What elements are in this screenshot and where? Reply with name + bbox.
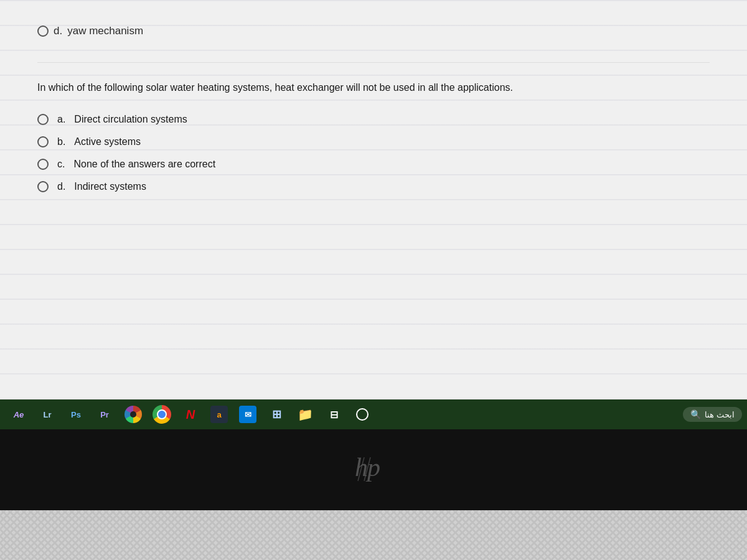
option-d[interactable]: d. Indirect systems xyxy=(37,181,710,192)
hp-svg-logo: hp xyxy=(355,451,392,482)
taskbar-app-chrome[interactable] xyxy=(148,402,176,427)
option-b-text: Active systems xyxy=(74,136,141,147)
option-a-label: a. xyxy=(57,114,65,125)
radio-c[interactable] xyxy=(37,159,49,170)
taskbar: Ae Lr Ps Pr N a ✉ ⊞ 📁 ⊟ xyxy=(0,399,747,429)
search-circle-icon xyxy=(356,408,369,421)
hp-logo-area: hp xyxy=(0,429,747,510)
option-a[interactable]: a. Direct circulation systems xyxy=(37,114,710,125)
hp-logo: hp xyxy=(355,451,392,488)
option-d-label: d. xyxy=(57,181,65,192)
amazon-icon: a xyxy=(210,406,228,423)
option-d-text: Indirect systems xyxy=(74,181,146,192)
files-icon: ⊞ xyxy=(272,408,281,421)
ventilation-grille xyxy=(0,510,747,560)
radio-b[interactable] xyxy=(37,136,49,147)
prev-answer: d. yaw mechanism xyxy=(37,19,710,37)
question-text: In which of the following solar water he… xyxy=(37,80,710,95)
taskbar-app-mail[interactable]: ✉ xyxy=(234,402,261,427)
taskbar-app-netflix[interactable]: N xyxy=(177,402,204,427)
option-a-text: Direct circulation systems xyxy=(74,114,187,125)
taskbar-app-taskview[interactable]: ⊟ xyxy=(320,402,347,427)
prev-radio xyxy=(37,26,49,37)
ps-label: Ps xyxy=(71,410,81,419)
taskbar-app-files[interactable]: ⊞ xyxy=(263,402,290,427)
radio-d[interactable] xyxy=(37,181,49,192)
option-c[interactable]: c. None of the answers are correct xyxy=(37,159,710,170)
netflix-icon: N xyxy=(186,408,195,422)
mail-icon: ✉ xyxy=(239,406,256,423)
taskbar-app-folder[interactable]: 📁 xyxy=(291,402,319,427)
option-c-label: c. xyxy=(57,159,65,170)
taskbar-app-ae[interactable]: Ae xyxy=(5,402,32,427)
option-b-label: b. xyxy=(57,136,65,147)
prev-answer-label: d. xyxy=(54,25,62,37)
option-c-text: None of the answers are correct xyxy=(73,159,215,170)
taskbar-search-box[interactable]: ابحث هنا 🔍 xyxy=(683,407,742,422)
taskbar-app-lr[interactable]: Lr xyxy=(34,402,61,427)
prev-answer-text: yaw mechanism xyxy=(67,25,143,37)
radio-a[interactable] xyxy=(37,114,49,125)
ae-label: Ae xyxy=(14,410,24,419)
taskbar-right: ابحث هنا 🔍 xyxy=(683,407,742,422)
taskbar-app-browser1[interactable] xyxy=(120,402,147,427)
chrome-icon xyxy=(153,405,171,424)
main-content: d. yaw mechanism In which of the followi… xyxy=(0,0,747,398)
folder-icon: 📁 xyxy=(298,407,313,422)
taskview-icon: ⊟ xyxy=(330,409,338,421)
vent-pattern xyxy=(0,510,747,560)
taskbar-app-pr[interactable]: Pr xyxy=(91,402,118,427)
taskbar-app-amazon[interactable]: a xyxy=(205,402,233,427)
lr-label: Lr xyxy=(44,410,52,419)
options-list: a. Direct circulation systems b. Active … xyxy=(37,114,710,192)
search-icon: 🔍 xyxy=(690,409,701,419)
taskbar-app-ps[interactable]: Ps xyxy=(62,402,90,427)
option-b[interactable]: b. Active systems xyxy=(37,136,710,147)
taskbar-search-icon-btn[interactable] xyxy=(349,402,376,427)
pr-label: Pr xyxy=(100,410,109,419)
search-placeholder: ابحث هنا xyxy=(705,410,735,419)
divider xyxy=(37,62,710,63)
